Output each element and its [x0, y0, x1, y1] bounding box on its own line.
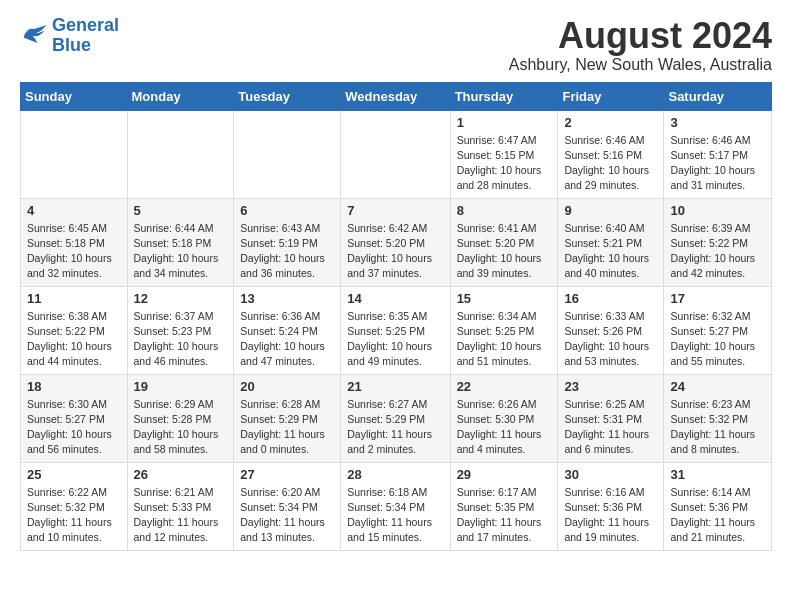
day-info: Sunrise: 6:40 AMSunset: 5:21 PMDaylight:… [564, 221, 659, 282]
calendar-cell: 30Sunrise: 6:16 AMSunset: 5:36 PMDayligh… [558, 462, 664, 550]
calendar-cell: 18Sunrise: 6:30 AMSunset: 5:27 PMDayligh… [21, 374, 128, 462]
day-number: 1 [457, 115, 554, 130]
day-info: Sunrise: 6:35 AMSunset: 5:25 PMDaylight:… [347, 309, 445, 370]
page-title: August 2024 [509, 16, 772, 56]
day-info: Sunrise: 6:28 AMSunset: 5:29 PMDaylight:… [240, 397, 336, 458]
calendar-cell: 13Sunrise: 6:36 AMSunset: 5:24 PMDayligh… [234, 286, 341, 374]
day-number: 6 [240, 203, 336, 218]
calendar-week-row: 18Sunrise: 6:30 AMSunset: 5:27 PMDayligh… [21, 374, 772, 462]
day-number: 24 [670, 379, 767, 394]
day-number: 27 [240, 467, 336, 482]
day-number: 26 [134, 467, 230, 482]
day-info: Sunrise: 6:42 AMSunset: 5:20 PMDaylight:… [347, 221, 445, 282]
calendar-week-row: 25Sunrise: 6:22 AMSunset: 5:32 PMDayligh… [21, 462, 772, 550]
logo: General Blue [20, 16, 119, 56]
day-info: Sunrise: 6:47 AMSunset: 5:15 PMDaylight:… [457, 133, 554, 194]
day-info: Sunrise: 6:33 AMSunset: 5:26 PMDaylight:… [564, 309, 659, 370]
day-info: Sunrise: 6:44 AMSunset: 5:18 PMDaylight:… [134, 221, 230, 282]
day-number: 15 [457, 291, 554, 306]
day-info: Sunrise: 6:20 AMSunset: 5:34 PMDaylight:… [240, 485, 336, 546]
day-info: Sunrise: 6:27 AMSunset: 5:29 PMDaylight:… [347, 397, 445, 458]
calendar-cell: 31Sunrise: 6:14 AMSunset: 5:36 PMDayligh… [664, 462, 772, 550]
day-info: Sunrise: 6:37 AMSunset: 5:23 PMDaylight:… [134, 309, 230, 370]
calendar-cell: 28Sunrise: 6:18 AMSunset: 5:34 PMDayligh… [341, 462, 450, 550]
day-info: Sunrise: 6:41 AMSunset: 5:20 PMDaylight:… [457, 221, 554, 282]
header-tuesday: Tuesday [234, 82, 341, 110]
day-info: Sunrise: 6:30 AMSunset: 5:27 PMDaylight:… [27, 397, 123, 458]
calendar-cell: 11Sunrise: 6:38 AMSunset: 5:22 PMDayligh… [21, 286, 128, 374]
day-info: Sunrise: 6:46 AMSunset: 5:16 PMDaylight:… [564, 133, 659, 194]
day-number: 4 [27, 203, 123, 218]
day-number: 14 [347, 291, 445, 306]
day-number: 5 [134, 203, 230, 218]
calendar-cell: 2Sunrise: 6:46 AMSunset: 5:16 PMDaylight… [558, 110, 664, 198]
day-number: 29 [457, 467, 554, 482]
calendar-cell: 7Sunrise: 6:42 AMSunset: 5:20 PMDaylight… [341, 198, 450, 286]
header-sunday: Sunday [21, 82, 128, 110]
calendar-cell: 29Sunrise: 6:17 AMSunset: 5:35 PMDayligh… [450, 462, 558, 550]
day-number: 16 [564, 291, 659, 306]
day-number: 17 [670, 291, 767, 306]
header-saturday: Saturday [664, 82, 772, 110]
title-block: August 2024 Ashbury, New South Wales, Au… [509, 16, 772, 74]
calendar-cell [341, 110, 450, 198]
day-info: Sunrise: 6:38 AMSunset: 5:22 PMDaylight:… [27, 309, 123, 370]
day-info: Sunrise: 6:29 AMSunset: 5:28 PMDaylight:… [134, 397, 230, 458]
calendar-cell: 3Sunrise: 6:46 AMSunset: 5:17 PMDaylight… [664, 110, 772, 198]
day-number: 18 [27, 379, 123, 394]
calendar-cell: 15Sunrise: 6:34 AMSunset: 5:25 PMDayligh… [450, 286, 558, 374]
day-number: 25 [27, 467, 123, 482]
header-thursday: Thursday [450, 82, 558, 110]
day-number: 7 [347, 203, 445, 218]
calendar-week-row: 11Sunrise: 6:38 AMSunset: 5:22 PMDayligh… [21, 286, 772, 374]
day-info: Sunrise: 6:34 AMSunset: 5:25 PMDaylight:… [457, 309, 554, 370]
calendar-cell: 6Sunrise: 6:43 AMSunset: 5:19 PMDaylight… [234, 198, 341, 286]
calendar-cell: 17Sunrise: 6:32 AMSunset: 5:27 PMDayligh… [664, 286, 772, 374]
day-info: Sunrise: 6:18 AMSunset: 5:34 PMDaylight:… [347, 485, 445, 546]
day-number: 23 [564, 379, 659, 394]
day-info: Sunrise: 6:43 AMSunset: 5:19 PMDaylight:… [240, 221, 336, 282]
calendar-week-row: 1Sunrise: 6:47 AMSunset: 5:15 PMDaylight… [21, 110, 772, 198]
day-info: Sunrise: 6:39 AMSunset: 5:22 PMDaylight:… [670, 221, 767, 282]
calendar-header-row: SundayMondayTuesdayWednesdayThursdayFrid… [21, 82, 772, 110]
logo-text: General Blue [52, 16, 119, 56]
day-info: Sunrise: 6:17 AMSunset: 5:35 PMDaylight:… [457, 485, 554, 546]
calendar-week-row: 4Sunrise: 6:45 AMSunset: 5:18 PMDaylight… [21, 198, 772, 286]
calendar-cell: 4Sunrise: 6:45 AMSunset: 5:18 PMDaylight… [21, 198, 128, 286]
calendar-cell: 1Sunrise: 6:47 AMSunset: 5:15 PMDaylight… [450, 110, 558, 198]
day-number: 11 [27, 291, 123, 306]
calendar-cell: 8Sunrise: 6:41 AMSunset: 5:20 PMDaylight… [450, 198, 558, 286]
calendar-cell: 12Sunrise: 6:37 AMSunset: 5:23 PMDayligh… [127, 286, 234, 374]
day-number: 20 [240, 379, 336, 394]
calendar-cell: 27Sunrise: 6:20 AMSunset: 5:34 PMDayligh… [234, 462, 341, 550]
calendar-cell: 14Sunrise: 6:35 AMSunset: 5:25 PMDayligh… [341, 286, 450, 374]
calendar-cell: 16Sunrise: 6:33 AMSunset: 5:26 PMDayligh… [558, 286, 664, 374]
day-number: 31 [670, 467, 767, 482]
calendar-cell: 20Sunrise: 6:28 AMSunset: 5:29 PMDayligh… [234, 374, 341, 462]
day-info: Sunrise: 6:32 AMSunset: 5:27 PMDaylight:… [670, 309, 767, 370]
calendar-cell: 25Sunrise: 6:22 AMSunset: 5:32 PMDayligh… [21, 462, 128, 550]
calendar-cell [127, 110, 234, 198]
day-number: 13 [240, 291, 336, 306]
logo-icon [20, 23, 48, 45]
calendar-cell [21, 110, 128, 198]
calendar-cell: 26Sunrise: 6:21 AMSunset: 5:33 PMDayligh… [127, 462, 234, 550]
day-info: Sunrise: 6:25 AMSunset: 5:31 PMDaylight:… [564, 397, 659, 458]
calendar-table: SundayMondayTuesdayWednesdayThursdayFrid… [20, 82, 772, 551]
page-subtitle: Ashbury, New South Wales, Australia [509, 56, 772, 74]
day-number: 19 [134, 379, 230, 394]
day-number: 9 [564, 203, 659, 218]
calendar-cell: 9Sunrise: 6:40 AMSunset: 5:21 PMDaylight… [558, 198, 664, 286]
day-number: 22 [457, 379, 554, 394]
calendar-cell: 10Sunrise: 6:39 AMSunset: 5:22 PMDayligh… [664, 198, 772, 286]
day-number: 3 [670, 115, 767, 130]
day-info: Sunrise: 6:22 AMSunset: 5:32 PMDaylight:… [27, 485, 123, 546]
header-wednesday: Wednesday [341, 82, 450, 110]
day-info: Sunrise: 6:21 AMSunset: 5:33 PMDaylight:… [134, 485, 230, 546]
day-info: Sunrise: 6:16 AMSunset: 5:36 PMDaylight:… [564, 485, 659, 546]
day-number: 10 [670, 203, 767, 218]
day-number: 30 [564, 467, 659, 482]
day-info: Sunrise: 6:45 AMSunset: 5:18 PMDaylight:… [27, 221, 123, 282]
day-info: Sunrise: 6:23 AMSunset: 5:32 PMDaylight:… [670, 397, 767, 458]
header-friday: Friday [558, 82, 664, 110]
